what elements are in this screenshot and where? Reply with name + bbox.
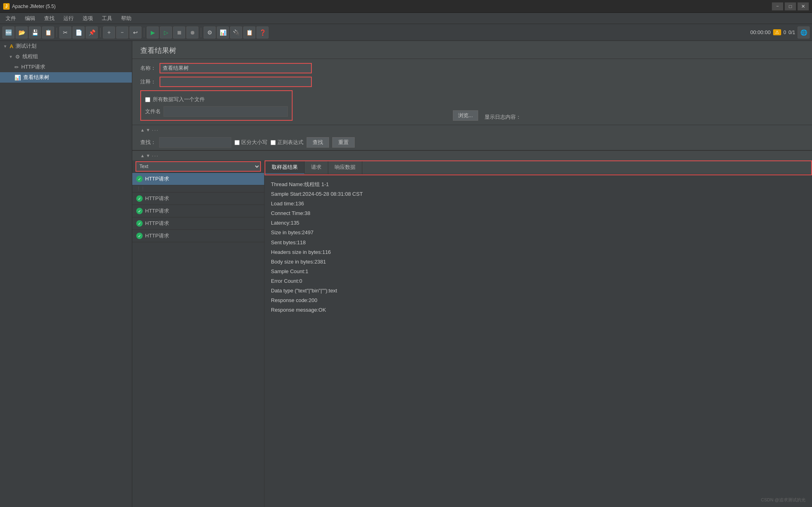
main-layout: ▼ A 测试计划 ▼ ⚙ 线程组 ✏ HTTP请求 📊 查看结果树 查看结果树 … [0, 41, 812, 507]
name-row: 名称： [140, 63, 804, 73]
search-input[interactable] [159, 137, 231, 148]
write-to-file-row: 所有数据写入一个文件 [145, 94, 288, 105]
toolbar-separator3 [144, 28, 144, 37]
stop-now-button[interactable]: ⏺ [186, 26, 198, 39]
resp-key-4: Connect Time: [271, 210, 305, 216]
resp-key-14: Response message: [271, 307, 319, 313]
log-button[interactable]: 📋 [243, 26, 255, 39]
case-sensitive-checkbox[interactable] [234, 140, 240, 145]
close-button[interactable]: ✕ [798, 2, 809, 10]
more-options2[interactable]: ··· [152, 152, 159, 159]
collapse-button[interactable]: － [116, 26, 128, 39]
status-icon: ✓ [136, 176, 143, 182]
request-item-1[interactable]: ✓ HTTP请求 [132, 173, 264, 185]
menu-find[interactable]: 查找 [40, 14, 59, 23]
save-as-button[interactable]: 📋 [42, 26, 54, 39]
menu-file[interactable]: 文件 [2, 14, 20, 23]
resp-key-3: Load time: [271, 201, 295, 207]
reset-button[interactable]: 重置 [332, 137, 355, 148]
content-area: 查看结果树 名称： 注释： 所有数据写入一个文件 文件名 [132, 41, 812, 507]
resp-val-3: 136 [295, 201, 304, 207]
resp-key-8: Headers size in bytes: [271, 249, 322, 255]
request-item-label: HTTP请求 [145, 195, 169, 202]
response-line-13: Response code:200 [271, 296, 806, 305]
menu-help[interactable]: 帮助 [117, 14, 135, 23]
sidebar-item-label: HTTP请求 [21, 63, 45, 71]
regex-checkbox[interactable] [271, 140, 276, 145]
tab-request[interactable]: 请求 [305, 161, 328, 174]
undo-button[interactable]: ↩ [129, 26, 141, 39]
toolbar-separator [57, 28, 57, 37]
minimize-button[interactable]: － [772, 2, 783, 10]
copy-button[interactable]: 📄 [73, 26, 85, 39]
drag-area[interactable]: ⋮⋮ [132, 185, 264, 193]
case-sensitive-group: 区分大小写 [234, 139, 267, 146]
resp-key-9: Body size in bytes: [271, 259, 314, 265]
display-log-label: 显示日志内容： [485, 114, 521, 121]
name-input[interactable] [160, 63, 312, 73]
tab-sampler-result[interactable]: 取样器结果 [265, 161, 305, 174]
write-to-file-label: 所有数据写入一个文件 [153, 96, 205, 103]
help-btn[interactable]: ❓ [257, 26, 269, 39]
window-controls[interactable]: － □ ✕ [772, 2, 809, 10]
request-list: ✓ HTTP请求 ⋮⋮ ✓ HTTP请求 ✓ HTTP请求 [132, 173, 264, 507]
resp-key-11: Error Count: [271, 278, 299, 284]
menu-tools[interactable]: 工具 [98, 14, 116, 23]
comment-input[interactable] [160, 77, 312, 87]
status-icon: ✓ [136, 220, 143, 227]
plugin-button[interactable]: 🔌 [230, 26, 242, 39]
request-item-2[interactable]: ✓ HTTP请求 [132, 193, 264, 205]
watermark: CSDN @追求测试的光 [761, 497, 806, 503]
response-line-3: Load time:136 [271, 199, 806, 208]
pencil-icon: ✏ [14, 64, 19, 70]
new-button[interactable]: 🆕 [2, 26, 14, 39]
resp-val-13: 200 [309, 297, 317, 303]
network-button[interactable]: 🌐 [798, 26, 810, 39]
expand-icon2[interactable]: ▲ ▼ [140, 153, 150, 158]
request-item-5[interactable]: ✓ HTTP请求 [132, 230, 264, 242]
menu-options[interactable]: 选项 [79, 14, 97, 23]
expand-button[interactable]: ＋ [103, 26, 115, 39]
format-dropdown[interactable]: Text HTML JSON XML [135, 161, 261, 172]
open-button[interactable]: 📂 [16, 26, 28, 39]
request-item-3[interactable]: ✓ HTTP请求 [132, 205, 264, 217]
tab-response-data[interactable]: 响应数据 [328, 161, 362, 174]
resp-val-11: 0 [299, 278, 302, 284]
stop-button[interactable]: ⏹ [173, 26, 185, 39]
run-button[interactable]: ▶ [147, 26, 159, 39]
resp-val-6: 2497 [302, 229, 313, 235]
resp-key-7: Sent bytes: [271, 239, 297, 245]
status-icon: ✓ [136, 233, 143, 239]
sidebar-item-test-plan[interactable]: ▼ A 测试计划 [0, 41, 132, 51]
form-section: 名称： 注释： 所有数据写入一个文件 文件名 [132, 59, 812, 125]
maximize-button[interactable]: □ [785, 2, 796, 10]
browse-button[interactable]: 浏览... [453, 110, 478, 121]
settings-button[interactable]: ⚙ [204, 26, 216, 39]
paste-button[interactable]: 📌 [86, 26, 98, 39]
resp-key-2: Sample Start: [271, 191, 303, 197]
menu-edit[interactable]: 编辑 [21, 14, 39, 23]
write-to-file-checkbox[interactable] [145, 97, 150, 102]
menu-run[interactable]: 运行 [59, 14, 78, 23]
response-line-14: Response message:OK [271, 306, 806, 314]
sidebar-item-view-results-tree[interactable]: 📊 查看结果树 [0, 72, 132, 83]
run-all-button[interactable]: ▷ [160, 26, 172, 39]
toolbar-buttons: 🆕 📂 💾 📋 ✂ 📄 📌 ＋ － ↩ ▶ ▷ ⏹ ⏺ ⚙ 📊 🔌 📋 ❓ [2, 26, 269, 39]
more-options[interactable]: ··· [152, 127, 159, 133]
request-list-header: Text HTML JSON XML [132, 160, 264, 173]
sidebar-item-thread-group[interactable]: ▼ ⚙ 线程组 [0, 51, 132, 62]
save-button[interactable]: 💾 [29, 26, 41, 39]
expand-icon[interactable]: ▲ ▼ [140, 128, 150, 132]
title-bar-left: J Apache JMeter (5.5) [3, 3, 56, 10]
graph-icon: 📊 [14, 75, 21, 81]
drag-handle[interactable]: ⋮⋮ [136, 186, 145, 191]
sidebar-item-label: 线程组 [22, 53, 38, 60]
template-button[interactable]: 📊 [217, 26, 229, 39]
sidebar-item-http-request[interactable]: ✏ HTTP请求 [0, 62, 132, 72]
filename-input[interactable] [164, 106, 288, 117]
resp-val-8: 116 [322, 249, 331, 255]
cut-button[interactable]: ✂ [59, 26, 71, 39]
resp-val-12: text [329, 288, 337, 294]
request-item-4[interactable]: ✓ HTTP请求 [132, 217, 264, 230]
search-button[interactable]: 查找 [307, 137, 329, 148]
